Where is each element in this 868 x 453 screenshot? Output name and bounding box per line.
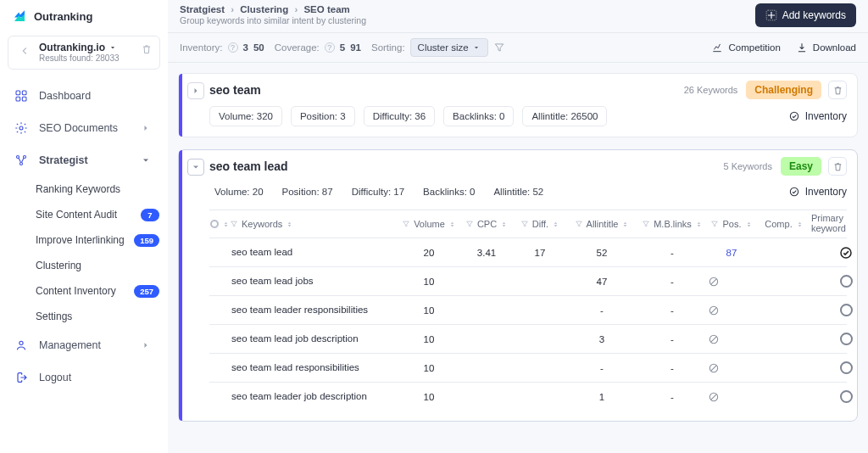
- delete-cluster-icon[interactable]: [828, 81, 847, 99]
- target-check-icon: [788, 110, 800, 122]
- delete-cluster-icon[interactable]: [828, 157, 847, 176]
- filter-icon[interactable]: [493, 42, 505, 53]
- cell-pos: [706, 271, 757, 293]
- cell-primary: [811, 299, 868, 322]
- page-subtitle: Group keywords into similar intent by cl…: [180, 15, 366, 26]
- th-cpc[interactable]: CPC: [459, 219, 515, 229]
- cell-allintitle: -: [565, 300, 638, 321]
- expand-toggle[interactable]: [187, 82, 204, 99]
- cell-cpc: [459, 363, 515, 373]
- position-link[interactable]: 87: [726, 248, 737, 258]
- nav-management[interactable]: Management: [0, 329, 168, 361]
- help-icon[interactable]: ?: [325, 42, 335, 53]
- sort-icon: [286, 221, 293, 228]
- cell-pos: 87: [706, 243, 757, 263]
- nav-content-inventory[interactable]: Content Inventory257: [0, 278, 168, 304]
- th-allintitle[interactable]: Allintitle: [565, 219, 638, 229]
- table-row[interactable]: seo team leader job description101-: [209, 382, 847, 411]
- th-keywords[interactable]: Keywords: [230, 219, 399, 229]
- cell-mblinks: -: [638, 358, 706, 378]
- cell-allintitle: 52: [565, 243, 638, 263]
- table-row[interactable]: seo team lead jobs1047-: [209, 266, 847, 295]
- table-row[interactable]: seo team lead responsibilities10--: [209, 353, 847, 382]
- metric-backlinks: Backlinks: 0: [443, 106, 514, 126]
- back-icon[interactable]: [15, 42, 34, 60]
- th-pos[interactable]: Pos.: [706, 219, 757, 229]
- help-icon[interactable]: ?: [228, 42, 238, 53]
- nav-logout[interactable]: Logout: [0, 361, 168, 394]
- svg-rect-2: [16, 98, 20, 102]
- cell-allintitle: 3: [565, 329, 638, 350]
- primary-keyword-radio[interactable]: [840, 333, 853, 345]
- svg-point-4: [19, 126, 23, 130]
- cell-keyword: seo team leader responsibilities: [230, 299, 399, 321]
- nav-improve-interlinking[interactable]: Improve Interlinking159: [0, 227, 168, 253]
- filter-icon: [642, 220, 650, 228]
- th-volume[interactable]: Volume: [399, 219, 459, 229]
- cell-diff: [515, 363, 565, 373]
- th-diff[interactable]: Diff.: [515, 219, 565, 229]
- nav-settings[interactable]: Settings: [0, 304, 168, 329]
- cell-diff: [515, 305, 565, 316]
- filter-icon: [520, 220, 529, 228]
- competition-button[interactable]: Competition: [711, 42, 780, 53]
- inventory-link[interactable]: Inventory: [788, 110, 847, 122]
- chevron-right-icon: [191, 86, 201, 96]
- workspace-delete-icon[interactable]: [141, 43, 153, 55]
- chevron-down-icon: [191, 162, 201, 172]
- table-row[interactable]: seo team lead job description103-: [209, 324, 847, 353]
- metric-difficulty: Difficulty: 17: [347, 182, 409, 201]
- cell-mblinks: -: [638, 271, 706, 292]
- download-icon: [796, 42, 808, 53]
- metric-allintitle: Allintitle: 52: [488, 182, 548, 201]
- cell-diff: 17: [515, 243, 565, 263]
- grid-icon: [14, 88, 29, 103]
- select-all[interactable]: [209, 220, 230, 228]
- workspace-picker[interactable]: Outranking.io Results found: 28033: [8, 36, 160, 70]
- crumb-root[interactable]: Stratgiest: [180, 4, 225, 14]
- primary-keyword-radio[interactable]: [840, 361, 853, 374]
- nav-site-content-audit[interactable]: Site Content Audit7: [0, 202, 168, 227]
- nav-strategist[interactable]: Strategist: [0, 144, 168, 176]
- chevron-down-icon: [141, 155, 154, 165]
- table-row[interactable]: seo team leader responsibilities10--: [209, 295, 847, 324]
- metric-volume: Volume: 20: [209, 182, 269, 201]
- primary-keyword-radio[interactable]: [840, 275, 853, 288]
- nav-clustering[interactable]: Clustering: [0, 253, 168, 278]
- cell-allintitle: 1: [565, 387, 638, 407]
- collapse-toggle[interactable]: [187, 159, 204, 176]
- cell-primary: [811, 327, 868, 350]
- difficulty-pill: Easy: [781, 157, 821, 176]
- cluster-metrics: Volume: 320 Position: 3 Difficulty: 36 B…: [209, 106, 847, 126]
- crumb-section[interactable]: Clustering: [240, 4, 288, 14]
- table-row[interactable]: seo team lead203.411752-87: [209, 238, 847, 266]
- sort-dropdown[interactable]: Cluster size: [410, 38, 488, 57]
- filter-icon: [710, 220, 719, 228]
- cell-primary: [811, 240, 868, 266]
- nav-strategist-children: Ranking Keywords Site Content Audit7 Imp…: [0, 176, 168, 329]
- primary-keyword-radio[interactable]: [840, 390, 853, 403]
- workspace-results: Results found: 28033: [39, 53, 120, 64]
- add-keywords-button[interactable]: Add keywords: [755, 3, 856, 27]
- nav-ranking-keywords[interactable]: Ranking Keywords: [0, 176, 168, 202]
- download-button[interactable]: Download: [796, 42, 856, 53]
- cell-volume: 10: [399, 300, 459, 321]
- chevron-right-icon: [141, 123, 154, 133]
- chevron-down-icon: [108, 43, 117, 52]
- primary-keyword-radio[interactable]: [840, 304, 853, 316]
- inventory-link[interactable]: Inventory: [788, 186, 847, 198]
- cell-comp: [757, 277, 811, 287]
- th-comp[interactable]: Comp.: [757, 219, 811, 229]
- difficulty-pill: Challenging: [746, 81, 821, 99]
- th-primary[interactable]: Primary keyword: [811, 214, 868, 233]
- brand-logo-icon: [12, 8, 27, 24]
- sort-icon: [448, 221, 456, 228]
- nav-seo-documents[interactable]: SEO Documents: [0, 112, 168, 144]
- th-mblinks[interactable]: M.B.links: [638, 219, 706, 229]
- cell-cpc: [459, 392, 515, 402]
- nav: Dashboard SEO Documents Strategist Ranki…: [0, 76, 168, 400]
- nav-dashboard[interactable]: Dashboard: [0, 80, 168, 112]
- metric-position: Position: 3: [291, 106, 355, 126]
- sort-icon[interactable]: [222, 221, 230, 228]
- cell-volume: 10: [399, 271, 459, 292]
